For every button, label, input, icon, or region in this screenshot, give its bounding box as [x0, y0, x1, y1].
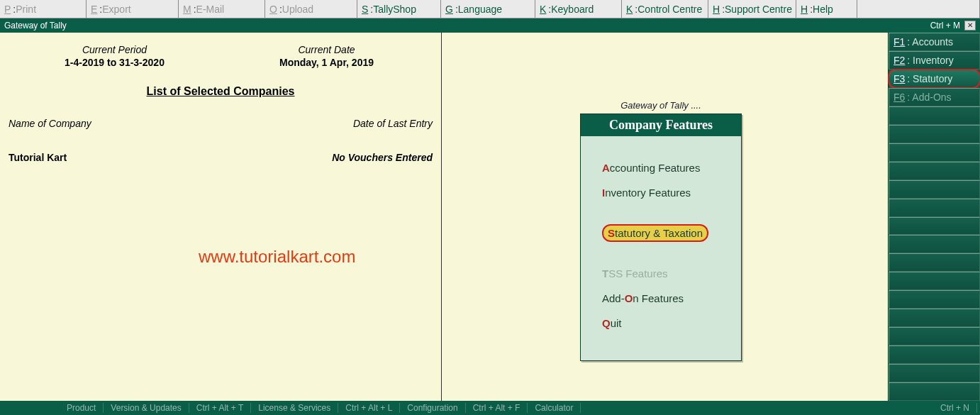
- gateway-item-inventory-features[interactable]: Inventory Features: [602, 187, 730, 199]
- fkey-slot-9: [889, 199, 980, 217]
- fkey-slot-6: [889, 143, 980, 162]
- toolbar-help[interactable]: H: Help: [796, 0, 857, 18]
- shortcut-hint: Ctrl + M: [930, 21, 960, 31]
- fkey-slot-11: [889, 235, 980, 253]
- toolbar-export: E: Export: [87, 0, 179, 18]
- gateway-title: Company Features: [581, 114, 741, 136]
- footer-version-updates: Version & Updates: [104, 403, 189, 413]
- company-name-header: Name of Company: [9, 118, 91, 129]
- gateway-item-oadd-[interactable]: Add-On Features: [602, 292, 730, 304]
- toolbar-support-centre[interactable]: H: Support Centre: [708, 0, 796, 18]
- gateway-caption: Gateway of Tally ....: [580, 100, 742, 111]
- company-last-entry: No Vouchers Entered: [332, 152, 433, 163]
- fkey-inventory[interactable]: F2: Inventory: [889, 51, 980, 70]
- top-toolbar: P: PrintE: ExportM: E-MailO: UploadS: Ta…: [0, 0, 980, 18]
- right-panel: Gateway of Tally .... Company Features A…: [442, 33, 888, 401]
- current-date-value: Monday, 1 Apr, 2019: [221, 57, 433, 68]
- company-list-title: List of Selected Companies: [9, 85, 433, 98]
- fkey-slot-12: [889, 253, 980, 272]
- toolbar-upload: O: Upload: [265, 0, 357, 18]
- main-area: Current Period 1-4-2019 to 31-3-2020 Cur…: [0, 33, 888, 401]
- fkey-slot-8: [889, 180, 980, 199]
- footer-ctrl-alt-t: Ctrl + Alt + T: [189, 403, 251, 413]
- company-row[interactable]: Tutorial Kart No Vouchers Entered: [9, 152, 433, 163]
- fkey-accounts[interactable]: F1: Accounts: [889, 33, 980, 51]
- toolbar-language[interactable]: G: Language: [441, 0, 535, 18]
- fkey-slot-18: [889, 364, 980, 382]
- current-date-label: Current Date: [221, 44, 433, 57]
- gateway-item-accounting-features[interactable]: Accounting Features: [602, 162, 730, 174]
- footer-ctrl-alt-l: Ctrl + Alt + L: [338, 403, 400, 413]
- fkey-add-ons[interactable]: F6: Add-Ons: [889, 88, 980, 106]
- toolbar-keyboard[interactable]: K: Keyboard: [535, 0, 622, 18]
- fkey-slot-16: [889, 327, 980, 345]
- fkey-slot-19: [889, 382, 980, 401]
- company-name: Tutorial Kart: [9, 152, 67, 163]
- toolbar-spacer: [857, 0, 980, 18]
- company-entry-header: Date of Last Entry: [353, 118, 433, 129]
- gateway-menu: Company Features Accounting FeaturesInve…: [580, 114, 742, 361]
- fkey-statutory[interactable]: F3: Statutory: [889, 70, 980, 88]
- footer-ctrl-n: Ctrl + N: [933, 403, 977, 413]
- body: Current Period 1-4-2019 to 31-3-2020 Cur…: [0, 33, 980, 401]
- fkey-slot-10: [889, 217, 980, 236]
- left-panel: Current Period 1-4-2019 to 31-3-2020 Cur…: [0, 33, 442, 401]
- toolbar-print: P: Print: [0, 0, 87, 18]
- fkey-slot-7: [889, 162, 980, 180]
- breadcrumb: Gateway of Tally: [4, 21, 67, 31]
- fkey-slot-13: [889, 272, 980, 290]
- footer-calculator: Calculator: [528, 403, 581, 413]
- footer-bar: ProductVersion & UpdatesCtrl + Alt + TLi…: [0, 401, 980, 415]
- close-icon[interactable]: ✕: [964, 21, 976, 31]
- fkey-slot-15: [889, 309, 980, 327]
- fkey-slot-14: [889, 290, 980, 309]
- current-period-value: 1-4-2019 to 31-3-2020: [9, 57, 221, 68]
- footer-license-services: License & Services: [251, 403, 338, 413]
- breadcrumb-bar: Gateway of Tally Ctrl + M ✕: [0, 18, 980, 33]
- footer-product: Product: [60, 403, 104, 413]
- toolbar-tallyshop[interactable]: S: TallyShop: [357, 0, 441, 18]
- gateway-item-tss-features: TSS Features: [602, 267, 730, 280]
- toolbar-control-centre[interactable]: K: Control Centre: [622, 0, 708, 18]
- current-period-label: Current Period: [9, 44, 221, 57]
- fkey-sidebar: F1: AccountsF2: InventoryF3: StatutoryF6…: [888, 33, 980, 401]
- gateway-item-quit[interactable]: Quit: [602, 317, 730, 329]
- toolbar-e-mail: M: E-Mail: [179, 0, 265, 18]
- gateway-item-statutory-taxation[interactable]: Statutory & Taxation: [602, 211, 730, 255]
- footer-ctrl-alt-f: Ctrl + Alt + F: [466, 403, 528, 413]
- fkey-slot-17: [889, 345, 980, 364]
- footer-configuration: Configuration: [400, 403, 465, 413]
- fkey-slot-4: [889, 106, 980, 125]
- fkey-slot-5: [889, 125, 980, 143]
